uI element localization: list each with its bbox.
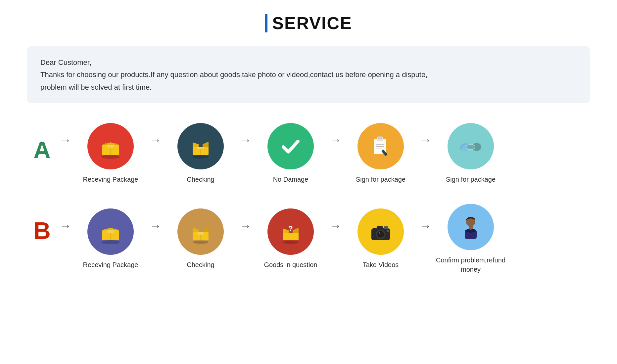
svg-rect-38 xyxy=(197,232,204,235)
icon-circle-b-5 xyxy=(448,204,494,250)
arrow-a0: → xyxy=(60,133,71,174)
checkmark-icon xyxy=(277,133,304,159)
arrow-a1: → xyxy=(150,133,162,174)
package-icon-a xyxy=(97,133,124,159)
svg-marker-29 xyxy=(115,228,119,230)
svg-rect-16 xyxy=(378,136,382,139)
title-accent-bar xyxy=(265,14,267,32)
flow-item-a-1: Receving Package xyxy=(74,123,147,184)
svg-point-49 xyxy=(379,232,380,234)
flow-row-a-items: → xyxy=(57,123,590,184)
flow-row-a: A → xyxy=(27,123,590,184)
label-a-1: Receving Package xyxy=(83,175,138,184)
notice-box: Dear Customer, Thanks for choosing our p… xyxy=(27,46,590,103)
svg-marker-41 xyxy=(283,228,289,233)
package-icon-b xyxy=(97,218,124,245)
svg-point-7 xyxy=(193,155,209,159)
label-a-2: Checking xyxy=(187,175,214,184)
icon-circle-b-1 xyxy=(87,208,134,255)
arrow-b4: → xyxy=(420,219,432,259)
flow-item-b-3: ? Goods in question xyxy=(254,208,327,269)
icon-circle-a-4 xyxy=(357,123,404,169)
svg-rect-31 xyxy=(107,230,114,233)
icon-circle-a-3 xyxy=(267,123,314,169)
handshake-icon xyxy=(457,133,484,159)
svg-marker-10 xyxy=(203,142,209,147)
label-a-3: No Damage xyxy=(273,175,308,184)
arrow-b2: → xyxy=(240,219,252,259)
flow-item-a-2: Checking xyxy=(164,123,237,184)
page-title: SERVICE xyxy=(272,13,352,33)
svg-rect-51 xyxy=(384,226,388,229)
flow-row-b: B → Receving Package xyxy=(27,204,590,274)
label-b-3: Goods in question xyxy=(264,260,317,269)
icon-circle-a-1 xyxy=(87,123,134,169)
checking-icon-b xyxy=(187,218,214,245)
svg-marker-4 xyxy=(115,143,119,145)
flow-item-a-3: No Damage xyxy=(254,123,327,184)
icon-circle-a-2 xyxy=(177,123,224,169)
flow-item-b-5: Confirm problem,refund money xyxy=(434,204,507,274)
svg-point-25 xyxy=(101,240,120,244)
svg-point-32 xyxy=(193,241,209,244)
svg-marker-35 xyxy=(203,227,209,232)
arrow-a2: → xyxy=(240,133,252,174)
svg-text:?: ? xyxy=(288,224,293,233)
label-b-2: Checking xyxy=(187,260,214,269)
svg-point-39 xyxy=(283,241,299,244)
svg-marker-3 xyxy=(102,143,106,145)
notice-line2: Thanks for choosing our products.If any … xyxy=(40,68,577,81)
label-b-1: Receving Package xyxy=(83,260,138,269)
svg-point-0 xyxy=(101,155,120,159)
svg-marker-42 xyxy=(293,228,299,233)
flow-item-b-2: Checking xyxy=(164,208,237,269)
arrow-b3: → xyxy=(330,219,342,259)
arrow-a3: → xyxy=(330,133,342,174)
person-icon xyxy=(457,214,484,240)
icon-circle-b-3: ? xyxy=(267,208,314,255)
svg-marker-28 xyxy=(102,228,106,230)
notice-line1: Dear Customer, xyxy=(40,56,577,68)
label-a-5: Sign for package xyxy=(446,175,496,184)
label-b-5: Confirm problem,refund money xyxy=(434,255,507,274)
sign-icon-a xyxy=(367,133,394,159)
svg-rect-13 xyxy=(197,147,204,149)
row-b-label: B xyxy=(27,204,57,244)
label-a-4: Sign for package xyxy=(356,175,405,184)
label-b-4: Take Videos xyxy=(363,260,399,269)
flow-item-a-4: Sign for package xyxy=(344,123,417,184)
notice-line3: problem will be solved at first time. xyxy=(40,81,577,93)
svg-rect-50 xyxy=(377,226,383,229)
flow-row-a-section: A → xyxy=(27,123,590,184)
arrow-b1: → xyxy=(150,219,162,259)
arrow-a4: → xyxy=(420,133,432,174)
camera-icon xyxy=(367,218,394,245)
svg-rect-6 xyxy=(107,145,114,148)
icon-circle-b-4 xyxy=(357,208,404,255)
row-a-label: A xyxy=(27,123,57,163)
checking-icon-a xyxy=(187,133,214,159)
icon-circle-a-5 xyxy=(448,123,494,169)
flow-item-b-1: Receving Package xyxy=(74,208,147,269)
svg-point-52 xyxy=(387,230,389,232)
svg-rect-43 xyxy=(283,233,299,240)
arrow-b0: → xyxy=(60,219,71,259)
svg-marker-34 xyxy=(193,228,199,232)
flow-item-a-5: Sign for package xyxy=(434,123,507,184)
flow-row-b-section: B → Receving Package xyxy=(27,204,590,274)
flow-item-b-4: Take Videos xyxy=(344,208,417,269)
page-header: SERVICE xyxy=(265,13,352,33)
icon-circle-b-2 xyxy=(177,208,224,255)
flow-row-b-items: → Receving Package → xyxy=(57,204,590,274)
svg-marker-9 xyxy=(193,142,199,147)
question-box-icon: ? xyxy=(277,218,304,245)
